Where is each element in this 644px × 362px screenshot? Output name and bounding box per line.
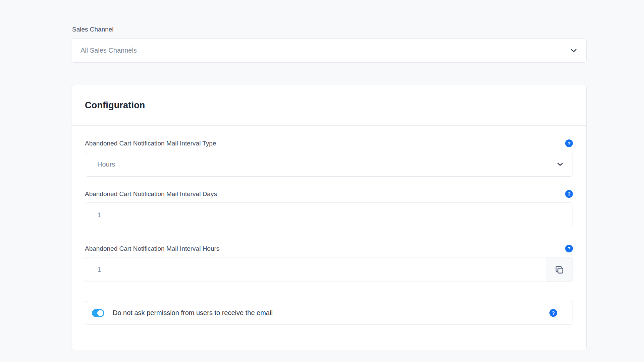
interval-type-select[interactable]: Hours bbox=[85, 152, 573, 177]
field-interval-days: Abandoned Cart Notification Mail Interva… bbox=[85, 190, 573, 227]
toggle-knob bbox=[97, 310, 103, 316]
interval-type-selected-value: Hours bbox=[97, 161, 115, 168]
copy-icon bbox=[554, 265, 564, 275]
field-interval-type: Abandoned Cart Notification Mail Interva… bbox=[85, 139, 573, 177]
interval-hours-label: Abandoned Cart Notification Mail Interva… bbox=[85, 245, 219, 252]
settings-form: Sales Channel All Sales Channels Configu… bbox=[71, 0, 587, 350]
permission-toggle-label: Do not ask permission from users to rece… bbox=[113, 309, 549, 317]
help-icon[interactable]: ? bbox=[565, 245, 573, 252]
chevron-down-icon bbox=[569, 46, 578, 55]
permission-toggle-row: Do not ask permission from users to rece… bbox=[85, 301, 573, 325]
interval-type-label: Abandoned Cart Notification Mail Interva… bbox=[85, 140, 216, 147]
sales-channel-selected-value: All Sales Channels bbox=[80, 47, 137, 54]
permission-toggle[interactable] bbox=[92, 309, 104, 317]
interval-days-input[interactable] bbox=[85, 203, 573, 227]
chevron-down-icon bbox=[556, 160, 565, 169]
help-icon[interactable]: ? bbox=[549, 309, 557, 317]
copy-button[interactable] bbox=[546, 257, 573, 282]
interval-hours-input[interactable] bbox=[85, 257, 546, 282]
interval-days-label: Abandoned Cart Notification Mail Interva… bbox=[85, 190, 217, 198]
help-icon[interactable]: ? bbox=[565, 139, 573, 147]
configuration-card-header: Configuration bbox=[71, 85, 586, 126]
help-icon[interactable]: ? bbox=[565, 190, 573, 198]
configuration-title: Configuration bbox=[85, 100, 145, 111]
configuration-card: Configuration Abandoned Cart Notificatio… bbox=[71, 85, 587, 350]
configuration-card-body: Abandoned Cart Notification Mail Interva… bbox=[71, 126, 586, 350]
sales-channel-label: Sales Channel bbox=[72, 25, 587, 33]
sales-channel-select[interactable]: All Sales Channels bbox=[71, 38, 587, 63]
field-interval-hours: Abandoned Cart Notification Mail Interva… bbox=[85, 245, 573, 282]
